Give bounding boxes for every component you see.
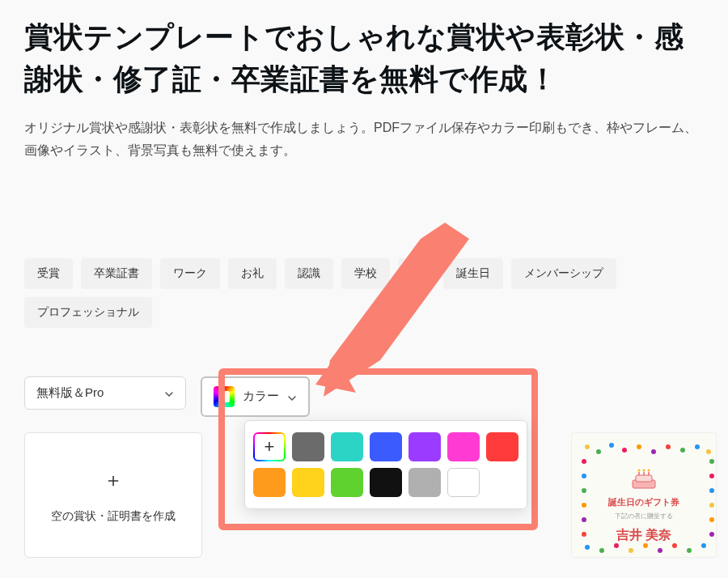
color-swatch[interactable]: [370, 468, 402, 497]
create-blank-label: 空の賞状・証明書を作成: [51, 509, 176, 524]
color-swatch[interactable]: [292, 468, 324, 497]
color-swatch[interactable]: [331, 468, 363, 497]
gift-card-title: 誕生日のギフト券: [580, 496, 708, 508]
filters-row: 無料版＆Pro カラー: [24, 376, 704, 417]
add-color-swatch[interactable]: +: [253, 432, 286, 461]
category-chip[interactable]: 紙: [398, 258, 435, 289]
category-chips: 受賞卒業証書ワークお礼認識学校紙誕生日メンバーシッププロフェッショナル: [24, 258, 704, 328]
color-swatch[interactable]: [447, 468, 480, 497]
color-swatch[interactable]: [292, 432, 324, 461]
chevron-down-icon: [287, 392, 297, 402]
page-subtitle: オリジナル賞状や感謝状・表彰状を無料で作成しましょう。PDFファイル保存やカラー…: [24, 117, 704, 160]
page-title: 賞状テンプレートでおしゃれな賞状や表彰状・感謝状・修了証・卒業証書を無料で作成！: [24, 16, 704, 100]
plan-dropdown[interactable]: 無料版＆Pro: [24, 376, 186, 410]
category-chip[interactable]: お礼: [228, 258, 277, 289]
category-chip[interactable]: メンバーシップ: [511, 258, 616, 289]
templates-row: ＋ 空の賞状・証明書を作成: [24, 432, 202, 558]
category-chip[interactable]: ワーク: [160, 258, 220, 289]
color-swatch[interactable]: [447, 432, 480, 461]
color-dropdown[interactable]: カラー: [201, 376, 310, 417]
category-chip[interactable]: 卒業証書: [81, 258, 152, 289]
color-swatch[interactable]: [370, 432, 402, 461]
cake-icon: [628, 465, 660, 490]
category-chip[interactable]: 受賞: [24, 258, 73, 289]
color-swatch-grid: +: [256, 432, 515, 497]
color-dropdown-label: カラー: [243, 389, 279, 404]
chevron-down-icon: [164, 388, 174, 397]
svg-point-8: [643, 470, 645, 472]
color-swatch[interactable]: [486, 432, 518, 461]
gift-card-name: 吉井 美奈: [580, 527, 708, 544]
category-chip[interactable]: 学校: [341, 258, 390, 289]
svg-point-7: [638, 470, 641, 472]
gift-card-subtitle: 下記の者に贈呈する: [580, 512, 708, 521]
color-swatch[interactable]: [331, 432, 363, 461]
color-popover: +: [244, 420, 527, 509]
create-blank-template-card[interactable]: ＋ 空の賞状・証明書を作成: [24, 432, 202, 558]
category-chip[interactable]: プロフェッショナル: [24, 297, 152, 328]
color-swatch[interactable]: [408, 468, 441, 497]
svg-point-9: [648, 470, 650, 472]
plus-icon: ＋: [104, 467, 123, 493]
color-swatch[interactable]: [253, 468, 286, 497]
svg-rect-3: [636, 475, 652, 482]
category-chip[interactable]: 誕生日: [443, 258, 503, 289]
category-chip[interactable]: 認識: [285, 258, 333, 289]
color-swatch[interactable]: [408, 432, 441, 461]
plan-dropdown-label: 無料版＆Pro: [36, 385, 104, 401]
color-wheel-icon: [214, 386, 235, 407]
template-card-giftcard[interactable]: 誕生日のギフト券 下記の者に贈呈する 吉井 美奈: [571, 432, 717, 558]
